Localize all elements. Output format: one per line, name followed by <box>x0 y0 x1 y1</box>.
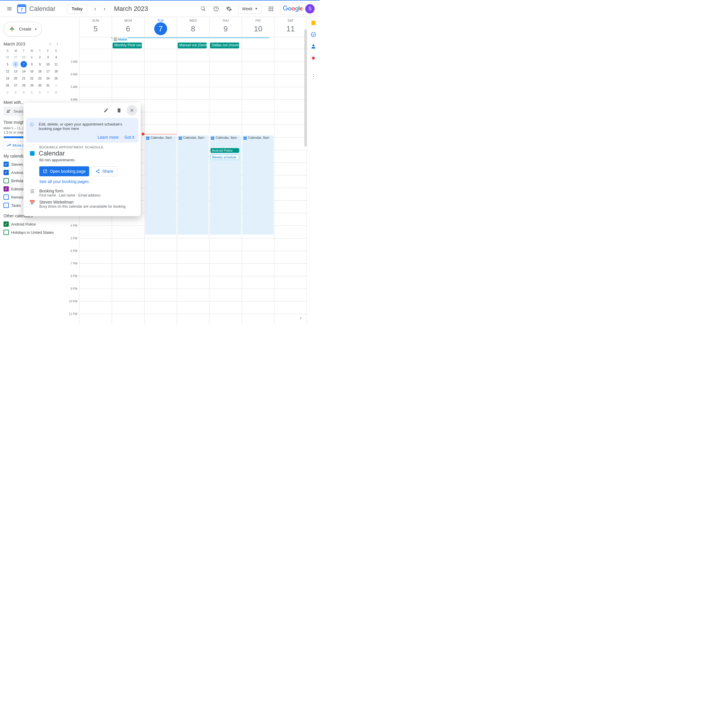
share-button[interactable]: Share <box>91 166 117 176</box>
allday-cell[interactable]: Dallas out (moving) <box>209 37 241 49</box>
mini-day[interactable]: 28 <box>21 54 27 61</box>
calendar-item[interactable]: Android Police <box>3 220 60 228</box>
mini-day[interactable]: 16 <box>36 68 43 74</box>
mini-day[interactable]: 30 <box>36 82 43 88</box>
allday-cell[interactable] <box>241 37 274 49</box>
appointment-block[interactable]: Calendar, 9am <box>177 135 209 235</box>
allday-cell[interactable] <box>274 37 307 49</box>
mini-day[interactable]: 6 <box>36 89 43 96</box>
see-all-booking-pages-link[interactable]: See all your booking pages <box>39 179 135 184</box>
date-number[interactable]: 6 <box>122 22 135 35</box>
date-number[interactable]: 9 <box>219 22 232 35</box>
allday-cell[interactable] <box>144 37 177 49</box>
appointment-block[interactable]: Calendar, 9am <box>243 135 273 235</box>
google-account[interactable]: S <box>280 3 317 15</box>
allday-cell[interactable]: Manuel out (Germany) <box>177 37 209 49</box>
mini-prev-month[interactable]: ‹ <box>47 42 53 46</box>
mini-day[interactable]: 23 <box>36 75 43 82</box>
appointment-block[interactable]: Calendar, 9am <box>145 135 176 235</box>
view-selector[interactable]: Week▼ <box>238 4 261 14</box>
home-label[interactable]: 🏠 Home <box>112 37 128 41</box>
calendar-checkbox[interactable] <box>3 229 9 235</box>
mini-day[interactable]: 8 <box>53 89 59 96</box>
delete-icon[interactable] <box>114 105 124 116</box>
mini-day[interactable]: 8 <box>29 61 35 67</box>
mini-day[interactable]: 4 <box>21 89 27 96</box>
mini-day[interactable]: 1 <box>53 82 59 88</box>
date-number[interactable]: 10 <box>252 22 264 35</box>
calendar-item[interactable]: Holidays in United States <box>3 228 60 236</box>
calendar-checkbox[interactable] <box>3 162 9 167</box>
day-column[interactable]: Calendar, 9am <box>144 49 177 325</box>
prev-week-button[interactable]: ‹ <box>91 4 100 14</box>
mini-day[interactable]: 14 <box>21 68 27 74</box>
keep-icon[interactable] <box>311 20 316 26</box>
day-column[interactable] <box>274 49 307 325</box>
mini-day[interactable]: 17 <box>45 68 51 74</box>
mini-day[interactable]: 27 <box>12 54 19 61</box>
help-icon[interactable]: ? <box>210 3 222 15</box>
app-logo[interactable]: 7 Calendar <box>17 3 55 14</box>
mini-day[interactable]: 29 <box>29 82 35 88</box>
apps-icon[interactable] <box>265 3 277 15</box>
allday-cell[interactable] <box>79 37 112 49</box>
open-booking-page-button[interactable]: Open booking page <box>39 166 89 176</box>
mini-day[interactable]: 20 <box>12 75 19 82</box>
mini-day[interactable]: 2 <box>36 54 43 61</box>
today-button[interactable]: Today <box>67 4 87 14</box>
search-icon[interactable] <box>197 3 209 15</box>
mini-day[interactable]: 7 <box>45 89 51 96</box>
mini-day[interactable]: 15 <box>29 68 35 74</box>
date-number[interactable]: 7 <box>154 22 167 35</box>
scrollbar[interactable] <box>304 29 307 147</box>
mini-day[interactable]: 5 <box>29 89 35 96</box>
mini-day[interactable]: 3 <box>45 54 51 61</box>
mini-day[interactable]: 6 <box>12 61 19 67</box>
main-menu-icon[interactable] <box>2 2 17 16</box>
calendar-checkbox[interactable] <box>3 186 9 191</box>
mini-day[interactable]: 25 <box>53 75 59 82</box>
calendar-checkbox[interactable] <box>3 195 9 200</box>
more-addons-icon[interactable]: ⋮ <box>311 73 316 80</box>
mini-day[interactable]: 26 <box>5 82 11 88</box>
mini-day[interactable]: 4 <box>53 54 59 61</box>
mini-day[interactable]: 1 <box>29 54 35 61</box>
learn-more-link[interactable]: Learn more <box>98 135 119 140</box>
allday-event[interactable]: Manuel out (Germany) <box>177 43 207 49</box>
show-side-panel-icon[interactable]: › <box>297 314 305 322</box>
mini-day[interactable]: 31 <box>45 82 51 88</box>
close-icon[interactable] <box>127 105 137 116</box>
day-column[interactable]: Calendar, 9am <box>177 49 209 325</box>
mini-day[interactable]: 18 <box>53 68 59 74</box>
edit-icon[interactable] <box>101 105 111 116</box>
mini-day[interactable]: 9 <box>36 61 43 67</box>
day-column[interactable]: Calendar, 9am <box>241 49 274 325</box>
date-number[interactable]: 5 <box>89 22 102 35</box>
mini-day[interactable]: 21 <box>21 75 27 82</box>
mini-day[interactable]: 27 <box>12 82 19 88</box>
mini-day[interactable]: 12 <box>5 68 11 74</box>
date-number[interactable]: 11 <box>284 22 297 35</box>
allday-event[interactable]: Monthly Pixel sec <box>112 43 142 49</box>
calendar-checkbox[interactable] <box>3 178 9 183</box>
mini-day[interactable]: 13 <box>12 68 19 74</box>
allday-event[interactable]: Dallas out (moving) <box>210 43 239 49</box>
event-chip[interactable]: Weekly schedule <box>211 155 239 160</box>
mini-day[interactable]: 28 <box>21 82 27 88</box>
mini-day[interactable]: 5 <box>5 61 11 67</box>
mini-day[interactable]: 26 <box>5 54 11 61</box>
mini-next-month[interactable]: › <box>54 42 60 46</box>
addon-icon[interactable] <box>311 55 316 61</box>
got-it-button[interactable]: Got it <box>124 135 134 140</box>
contacts-icon[interactable] <box>311 43 316 49</box>
next-week-button[interactable]: › <box>100 4 109 14</box>
day-column[interactable]: Calendar, 9amAndroid PoliceWeekly schedu… <box>209 49 241 325</box>
mini-day[interactable]: 24 <box>45 75 51 82</box>
user-avatar[interactable]: S <box>305 4 315 14</box>
mini-day[interactable]: 3 <box>12 89 19 96</box>
mini-day[interactable]: 10 <box>45 61 51 67</box>
mini-day[interactable]: 11 <box>53 61 59 67</box>
calendar-checkbox[interactable] <box>3 222 9 227</box>
date-number[interactable]: 8 <box>187 22 200 35</box>
calendar-checkbox[interactable] <box>3 203 9 208</box>
